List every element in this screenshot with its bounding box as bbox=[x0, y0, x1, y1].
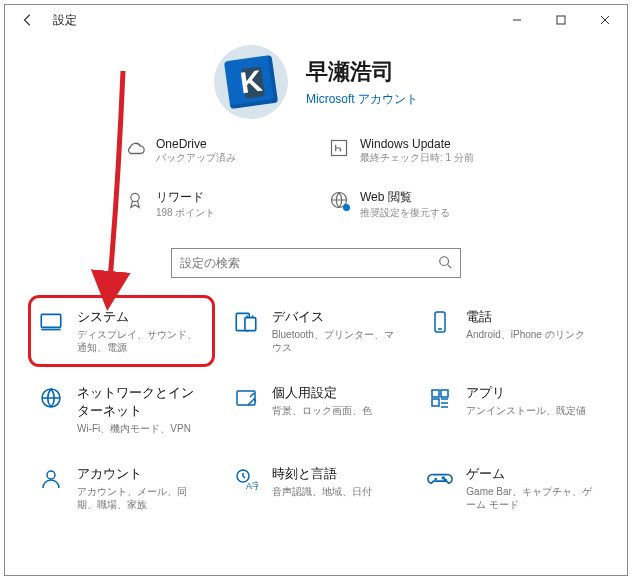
tile-sub: ディスプレイ、サウンド、通知、電源 bbox=[77, 328, 206, 354]
search-wrap bbox=[5, 230, 627, 288]
svg-text:A字: A字 bbox=[246, 481, 258, 491]
ms-account-link[interactable]: Microsoft アカウント bbox=[306, 91, 418, 108]
search-icon bbox=[438, 255, 452, 272]
svg-rect-1 bbox=[557, 16, 565, 24]
svg-rect-18 bbox=[237, 391, 255, 405]
window-title: 設定 bbox=[53, 12, 77, 29]
status-title: Web 閲覧 bbox=[360, 189, 450, 206]
system-icon bbox=[37, 308, 65, 336]
tile-sub: 背景、ロック画面、色 bbox=[272, 404, 372, 417]
account-icon bbox=[37, 465, 65, 493]
maximize-button[interactable] bbox=[539, 5, 583, 35]
close-button[interactable] bbox=[583, 5, 627, 35]
user-name: 早瀬浩司 bbox=[306, 57, 418, 87]
tile-sub: Android、iPhone のリンク bbox=[466, 328, 584, 341]
tile-title: アプリ bbox=[466, 384, 586, 402]
svg-rect-12 bbox=[245, 318, 256, 331]
tile-system[interactable]: システム ディスプレイ、サウンド、通知、電源 bbox=[29, 296, 214, 366]
status-onedrive[interactable]: OneDrive バックアップ済み bbox=[124, 137, 304, 165]
personalize-icon bbox=[232, 384, 260, 412]
globe-icon bbox=[37, 384, 65, 412]
tile-devices[interactable]: デバイス Bluetooth、プリンター、マウス bbox=[224, 296, 409, 366]
tile-time-language[interactable]: A字 時刻と言語 音声認識、地域、日付 bbox=[224, 453, 409, 523]
search-box[interactable] bbox=[171, 248, 461, 278]
avatar-letter: K bbox=[224, 55, 278, 109]
phone-icon bbox=[426, 308, 454, 336]
svg-rect-21 bbox=[432, 399, 439, 406]
svg-rect-20 bbox=[441, 390, 448, 397]
tile-title: ゲーム bbox=[466, 465, 595, 483]
tile-network[interactable]: ネットワークとインターネット Wi-Fi、機内モード、VPN bbox=[29, 372, 214, 447]
svg-point-30 bbox=[443, 477, 445, 479]
profile-section: K 早瀬浩司 Microsoft アカウント bbox=[5, 35, 627, 129]
tile-title: 個人用設定 bbox=[272, 384, 372, 402]
status-sub: 最終チェック日時: 1 分前 bbox=[360, 151, 474, 165]
tile-title: 電話 bbox=[466, 308, 584, 326]
tile-accounts[interactable]: アカウント アカウント、メール、同期、職場、家族 bbox=[29, 453, 214, 523]
svg-rect-19 bbox=[432, 390, 439, 397]
tile-gaming[interactable]: ゲーム Game Bar、キャプチャ、ゲーム モード bbox=[418, 453, 603, 523]
status-update[interactable]: Windows Update 最終チェック日時: 1 分前 bbox=[328, 137, 508, 165]
tile-title: アカウント bbox=[77, 465, 206, 483]
tile-phone[interactable]: 電話 Android、iPhone のリンク bbox=[418, 296, 603, 366]
status-title: リワード bbox=[156, 189, 215, 206]
svg-point-5 bbox=[131, 193, 139, 201]
status-row: OneDrive バックアップ済み Windows Update 最終チェック日… bbox=[5, 129, 627, 230]
status-sub: 推奨設定を復元する bbox=[360, 206, 450, 220]
tile-sub: アンインストール、既定値 bbox=[466, 404, 586, 417]
svg-line-8 bbox=[448, 264, 452, 268]
tile-title: システム bbox=[77, 308, 206, 326]
tile-title: 時刻と言語 bbox=[272, 465, 372, 483]
tile-title: デバイス bbox=[272, 308, 401, 326]
tile-personalization[interactable]: 個人用設定 背景、ロック画面、色 bbox=[224, 372, 409, 447]
status-sub: 198 ポイント bbox=[156, 206, 215, 220]
svg-rect-9 bbox=[41, 314, 61, 327]
svg-point-7 bbox=[440, 256, 449, 265]
cloud-icon bbox=[124, 137, 146, 159]
devices-icon bbox=[232, 308, 260, 336]
avatar[interactable]: K bbox=[214, 45, 288, 119]
time-language-icon: A字 bbox=[232, 465, 260, 493]
status-title: Windows Update bbox=[360, 137, 474, 151]
tile-sub: Wi-Fi、機内モード、VPN bbox=[77, 422, 206, 435]
back-button[interactable] bbox=[13, 5, 43, 35]
status-sub: バックアップ済み bbox=[156, 151, 236, 165]
tile-apps[interactable]: アプリ アンインストール、既定値 bbox=[418, 372, 603, 447]
tile-title: ネットワークとインターネット bbox=[77, 384, 206, 420]
status-title: OneDrive bbox=[156, 137, 236, 151]
gaming-icon bbox=[426, 465, 454, 493]
status-rewards[interactable]: リワード 198 ポイント bbox=[124, 189, 304, 220]
titlebar: 設定 bbox=[5, 5, 627, 35]
tile-sub: 音声認識、地域、日付 bbox=[272, 485, 372, 498]
medal-icon bbox=[124, 189, 146, 211]
svg-point-31 bbox=[445, 479, 447, 481]
minimize-button[interactable] bbox=[495, 5, 539, 35]
search-input[interactable] bbox=[180, 256, 438, 270]
window-frame: 設定 K 早瀬浩司 Microsoft アカウント bbox=[4, 4, 628, 576]
status-web[interactable]: Web 閲覧 推奨設定を復元する bbox=[328, 189, 508, 220]
update-icon bbox=[328, 137, 350, 159]
settings-grid: システム ディスプレイ、サウンド、通知、電源 デバイス Bluetooth、プリ… bbox=[5, 288, 627, 533]
tile-sub: アカウント、メール、同期、職場、家族 bbox=[77, 485, 206, 511]
globe-icon bbox=[328, 189, 350, 211]
apps-icon bbox=[426, 384, 454, 412]
tile-sub: Bluetooth、プリンター、マウス bbox=[272, 328, 401, 354]
tile-sub: Game Bar、キャプチャ、ゲーム モード bbox=[466, 485, 595, 511]
svg-point-25 bbox=[47, 471, 55, 479]
